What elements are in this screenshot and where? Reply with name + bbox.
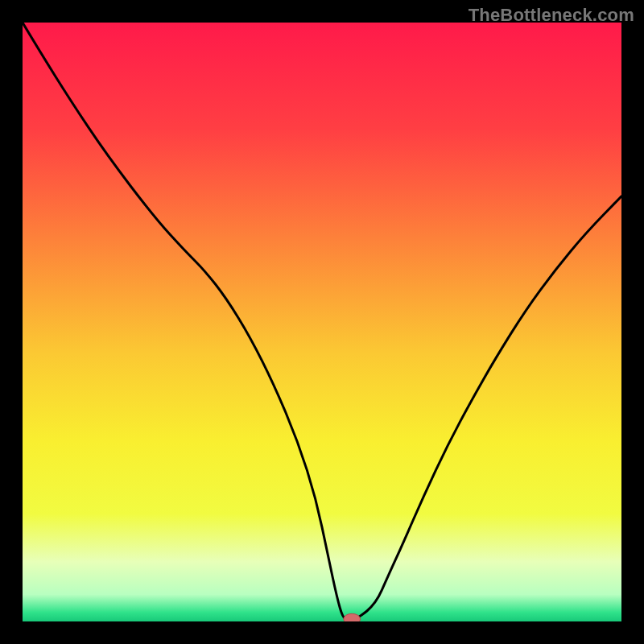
- plot-area: [23, 23, 621, 621]
- chart-frame: TheBottleneck.com: [0, 0, 644, 644]
- optimum-marker: [344, 613, 361, 621]
- chart-svg: [23, 23, 621, 621]
